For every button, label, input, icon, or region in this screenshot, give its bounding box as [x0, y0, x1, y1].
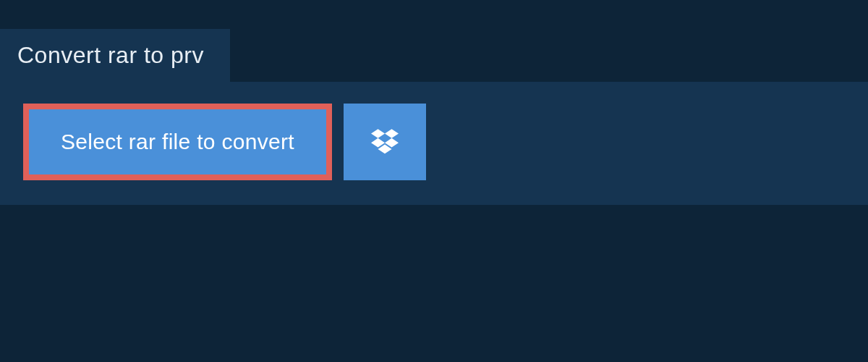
- dropbox-button[interactable]: [344, 104, 426, 180]
- tab-label: Convert rar to prv: [17, 42, 204, 68]
- converter-panel: Select rar file to convert: [0, 82, 868, 205]
- select-file-label: Select rar file to convert: [61, 130, 294, 154]
- tab-bar: Convert rar to prv: [0, 0, 868, 82]
- select-file-button[interactable]: Select rar file to convert: [23, 104, 332, 180]
- dropbox-icon: [371, 127, 399, 157]
- tab-convert[interactable]: Convert rar to prv: [0, 29, 230, 82]
